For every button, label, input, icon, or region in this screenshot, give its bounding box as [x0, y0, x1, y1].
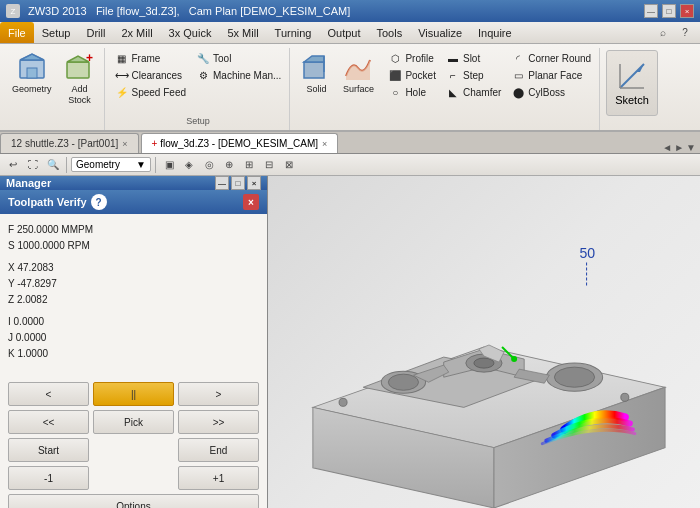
search-toolbar-btn[interactable]: ⌕ [654, 24, 672, 42]
toolpath-scroll[interactable]: F 250.0000 MMPM S 1000.0000 RPM X 47.208… [0, 214, 267, 376]
ribbon-btn-chamfer[interactable]: ◣ Chamfer [442, 84, 505, 100]
planar-face-icon: ▭ [511, 68, 525, 82]
tab-navigation: ◄ ► ▼ [662, 142, 700, 153]
toolpath-title: Toolpath Verify [8, 196, 87, 208]
vt-view3[interactable]: ◎ [200, 156, 218, 174]
vt-view4[interactable]: ⊕ [220, 156, 238, 174]
ribbon-btn-cylboss[interactable]: ⬤ CylBoss [507, 84, 595, 100]
vt-zoom-btn[interactable]: 🔍 [44, 156, 62, 174]
menu-setup[interactable]: Setup [34, 22, 79, 43]
ribbon-btn-frame[interactable]: ▦ Frame [111, 50, 191, 66]
vt-view7[interactable]: ⊠ [280, 156, 298, 174]
ribbon-btn-sketch[interactable]: Sketch [606, 50, 658, 116]
ribbon-group-sketch: Sketch [602, 48, 662, 130]
sketch-icon [616, 60, 648, 94]
pause-btn[interactable]: || [93, 382, 174, 406]
setup-col2: 🔧 Tool ⚙ Machine Man... [192, 50, 285, 83]
ribbon-btn-step[interactable]: ⌐ Step [442, 67, 505, 83]
svg-text:+: + [86, 52, 93, 65]
data-feed: F 250.0000 MMPM S 1000.0000 RPM [8, 222, 259, 254]
maximize-window[interactable]: □ [662, 4, 676, 18]
app-icon: Z [6, 4, 20, 18]
menu-3xquick[interactable]: 3x Quick [161, 22, 220, 43]
options-btn[interactable]: Options [8, 494, 259, 508]
feature-col1: ⬡ Profile ⬛ Pocket ○ Hole [380, 50, 440, 100]
tab-shuttle[interactable]: 12 shuttle.Z3 - [Part001] × [0, 133, 139, 153]
ribbon-btn-solid[interactable]: Solid [296, 50, 336, 100]
k-label: K 1.0000 [8, 346, 259, 362]
plus1-btn[interactable]: +1 [178, 466, 259, 490]
manager-minimize[interactable]: — [215, 176, 229, 190]
menu-5xmill[interactable]: 5x Mill [219, 22, 266, 43]
menu-file[interactable]: File [0, 22, 34, 43]
geometry-label: Geometry [12, 84, 52, 95]
viewport[interactable]: 50 [268, 176, 700, 508]
toolpath-help[interactable]: ? [91, 194, 107, 210]
end-btn[interactable]: End [178, 438, 259, 462]
start-btn[interactable]: Start [8, 438, 89, 462]
prev-step-btn[interactable]: < [8, 382, 89, 406]
tab-shuttle-close[interactable]: × [122, 139, 127, 149]
pick-btn[interactable]: Pick [93, 410, 174, 434]
ribbon-btn-machine-man[interactable]: ⚙ Machine Man... [192, 67, 285, 83]
ctrl-row3: Start End [8, 438, 259, 462]
feature-col2: ▬ Slot ⌐ Step ◣ Chamfer [442, 50, 505, 100]
vt-view5[interactable]: ⊞ [240, 156, 258, 174]
hole-icon: ○ [388, 85, 402, 99]
rewind-btn[interactable]: << [8, 410, 89, 434]
ctrl-row1: < || > [8, 382, 259, 406]
menu-output[interactable]: Output [319, 22, 368, 43]
vt-view1[interactable]: ▣ [160, 156, 178, 174]
help-btn[interactable]: ? [676, 24, 694, 42]
ribbon-btn-slot[interactable]: ▬ Slot [442, 50, 505, 66]
svg-point-22 [474, 358, 494, 368]
ribbon-btn-add-stock[interactable]: + AddStock [60, 50, 100, 108]
j-label: J 0.0000 [8, 330, 259, 346]
menu-2xmill[interactable]: 2x Mill [113, 22, 160, 43]
menu-inquire[interactable]: Inquire [470, 22, 520, 43]
ribbon-btn-pocket[interactable]: ⬛ Pocket [384, 67, 440, 83]
minimize-window[interactable]: — [644, 4, 658, 18]
vt-view6[interactable]: ⊟ [260, 156, 278, 174]
ribbon-btn-profile[interactable]: ⬡ Profile [384, 50, 440, 66]
ribbon-btn-clearances[interactable]: ⟷ Clearances [111, 67, 191, 83]
menu-visualize[interactable]: Visualize [410, 22, 470, 43]
tab-next[interactable]: ► [674, 142, 684, 153]
z-label: Z 2.0082 [8, 292, 259, 308]
menu-turning[interactable]: Turning [267, 22, 320, 43]
ribbon-btn-corner-round[interactable]: ◜ Corner Round [507, 50, 595, 66]
ribbon-btn-tool[interactable]: 🔧 Tool [192, 50, 285, 66]
vt-view2[interactable]: ◈ [180, 156, 198, 174]
vt-view-btn[interactable]: ⛶ [24, 156, 42, 174]
svg-marker-1 [20, 54, 44, 60]
close-window[interactable]: × [680, 4, 694, 18]
tab-menu[interactable]: ▼ [686, 142, 696, 153]
ribbon-btn-hole[interactable]: ○ Hole [384, 84, 440, 100]
manager-title: Manager [6, 177, 51, 189]
manager-maximize[interactable]: □ [231, 176, 245, 190]
tab-flow3d-close[interactable]: × [322, 139, 327, 149]
forward-btn[interactable]: >> [178, 410, 259, 434]
sketch-label: Sketch [615, 94, 649, 106]
tab-flow3d[interactable]: + flow_3d.Z3 - [DEMO_KESIM_CAM] × [141, 133, 339, 153]
ctrl-row4: -1 +1 [8, 466, 259, 490]
menu-tools[interactable]: Tools [369, 22, 411, 43]
svg-point-20 [388, 374, 418, 390]
tab-prev[interactable]: ◄ [662, 142, 672, 153]
toolpath-close[interactable]: × [243, 194, 259, 210]
ribbon-btn-speed-feed[interactable]: ⚡ Speed Feed [111, 84, 191, 100]
next-step-btn[interactable]: > [178, 382, 259, 406]
svg-rect-8 [304, 62, 324, 78]
manager-close[interactable]: × [247, 176, 261, 190]
speed-feed-icon: ⚡ [115, 85, 129, 99]
ribbon-btn-geometry[interactable]: Geometry [8, 50, 56, 97]
slot-icon: ▬ [446, 51, 460, 65]
vt-back-btn[interactable]: ↩ [4, 156, 22, 174]
minus1-btn[interactable]: -1 [8, 466, 89, 490]
solid-label: Solid [306, 84, 326, 95]
geometry-dropdown[interactable]: Geometry ▼ [71, 157, 151, 172]
manager-panel: Manager — □ × Toolpath Verify ? × [0, 176, 268, 508]
ribbon-btn-surface[interactable]: Surface [338, 50, 378, 100]
ribbon-btn-planar-face[interactable]: ▭ Planar Face [507, 67, 595, 83]
menu-drill[interactable]: Drill [78, 22, 113, 43]
